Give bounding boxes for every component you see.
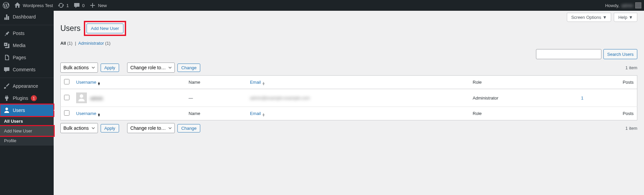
updates-link[interactable]: 1 — [58, 2, 69, 9]
sidebar-item-comments[interactable]: Comments — [0, 64, 54, 76]
sidebar-item-posts[interactable]: Posts — [0, 27, 54, 39]
username-link[interactable]: admin — [90, 95, 103, 101]
sidebar-item-plugins[interactable]: Plugins 1 — [0, 92, 54, 104]
sidebar-label: Dashboard — [13, 14, 36, 20]
greeting-username: admin — [622, 3, 633, 8]
row-checkbox[interactable] — [64, 95, 69, 100]
plugin-icon — [3, 95, 10, 102]
wordpress-icon — [3, 2, 9, 9]
sort-icon: ▲▼ — [262, 82, 265, 85]
plugins-badge: 1 — [31, 95, 37, 101]
filter-all[interactable]: All — [60, 41, 66, 46]
bulk-actions-select-bottom[interactable]: Bulk actions — [60, 123, 98, 133]
col-username[interactable]: Username — [76, 80, 96, 85]
sidebar-item-dashboard[interactable]: Dashboard — [0, 11, 54, 23]
plus-icon — [89, 2, 96, 9]
item-count: 1 item — [626, 65, 637, 70]
comment-count: 0 — [82, 3, 85, 8]
sidebar-label: Appearance — [13, 83, 38, 89]
change-role-select-bottom[interactable]: Change role to… — [127, 123, 175, 133]
role-filter-links: All (1) | Administrator (1) — [60, 41, 637, 46]
sort-icon: ▲▼ — [97, 113, 101, 116]
sidebar-label: Plugins — [13, 95, 28, 101]
search-users-button[interactable]: Search Users — [603, 49, 637, 59]
admin-sidebar: Dashboard Posts Media Pages Comments App… — [0, 11, 54, 143]
col-role: Role — [469, 107, 578, 120]
media-icon — [3, 42, 10, 49]
new-label: New — [98, 3, 107, 8]
page-title: Users — [60, 24, 80, 33]
screen-options-tab[interactable]: Screen Options ▼ — [567, 13, 611, 22]
item-count-bottom: 1 item — [626, 126, 637, 131]
add-new-user-button[interactable]: Add New User — [87, 24, 123, 33]
filter-all-count: (1) — [67, 41, 72, 46]
bulk-apply-button-bottom[interactable]: Apply — [101, 124, 119, 132]
col-role: Role — [469, 76, 578, 89]
select-all-checkbox-bottom[interactable] — [64, 110, 69, 116]
select-all-checkbox[interactable] — [64, 79, 69, 84]
sidebar-item-media[interactable]: Media — [0, 39, 54, 51]
table-row: admin — admin@example.example.com Admini… — [61, 89, 637, 107]
home-icon — [14, 2, 21, 9]
sidebar-label: Posts — [13, 31, 24, 36]
account-link[interactable]: Howdy, admin — [605, 2, 641, 8]
change-role-button[interactable]: Change — [177, 64, 200, 72]
new-content-link[interactable]: New — [89, 2, 107, 9]
sidebar-label: Pages — [13, 55, 26, 60]
sidebar-label: Media — [13, 43, 25, 48]
filter-administrator[interactable]: Administrator — [78, 41, 104, 46]
users-table: Username▲▼ Name Email▲▼ Role Posts admin… — [60, 75, 637, 120]
col-name: Name — [185, 107, 247, 120]
sort-icon: ▲▼ — [262, 113, 265, 116]
caret-down-icon: ▼ — [603, 15, 607, 20]
add-new-highlight: Add New User — [84, 21, 126, 36]
col-name: Name — [185, 76, 247, 89]
brush-icon — [3, 83, 10, 89]
bulk-actions-select[interactable]: Bulk actions — [60, 63, 98, 73]
avatar-icon — [76, 92, 87, 103]
avatar-icon — [635, 2, 641, 8]
change-role-select[interactable]: Change role to… — [127, 63, 175, 73]
sidebar-label: Users — [13, 108, 25, 113]
sidebar-item-pages[interactable]: Pages — [0, 51, 54, 64]
caret-down-icon: ▼ — [629, 15, 633, 20]
search-users-input[interactable] — [536, 49, 601, 59]
comment-icon — [73, 2, 80, 9]
col-username[interactable]: Username — [76, 111, 96, 116]
dashboard-icon — [3, 13, 10, 20]
site-name: Wordpress Test — [23, 3, 53, 8]
row-role: Administrator — [469, 89, 578, 107]
col-email[interactable]: Email — [250, 80, 261, 85]
greeting: Howdy, — [605, 3, 619, 8]
users-submenu: All Users Add New User Profile — [0, 116, 54, 143]
sidebar-label: Comments — [13, 67, 36, 72]
sort-icon: ▲▼ — [97, 82, 101, 85]
help-tab[interactable]: Help ▼ — [614, 13, 637, 22]
comments-link[interactable]: 0 — [73, 2, 85, 9]
site-name-link[interactable]: Wordpress Test — [14, 2, 53, 9]
row-posts-link[interactable]: 1 — [581, 95, 583, 101]
content-area: Screen Options ▼ Help ▼ Users Add New Us… — [54, 11, 644, 143]
sidebar-item-users[interactable]: Users — [0, 104, 54, 116]
filter-admin-count: (1) — [105, 41, 110, 46]
submenu-profile[interactable]: Profile — [0, 136, 54, 143]
col-email[interactable]: Email — [250, 111, 261, 116]
change-role-button-bottom[interactable]: Change — [177, 124, 200, 132]
bulk-apply-button[interactable]: Apply — [101, 64, 119, 72]
comments-icon — [3, 66, 10, 73]
col-posts: Posts — [578, 76, 637, 89]
submenu-add-new-user[interactable]: Add New User — [0, 126, 54, 136]
row-email[interactable]: admin@example.example.com — [250, 95, 310, 101]
pin-icon — [3, 30, 10, 37]
pages-icon — [3, 54, 10, 61]
sidebar-item-appearance[interactable]: Appearance — [0, 80, 54, 92]
row-name: — — [185, 89, 247, 107]
col-posts: Posts — [578, 107, 637, 120]
update-icon — [58, 2, 64, 9]
submenu-all-users[interactable]: All Users — [0, 116, 54, 126]
user-icon — [3, 107, 10, 114]
updates-count: 1 — [66, 3, 69, 8]
wp-logo[interactable] — [3, 2, 9, 9]
admin-bar: Wordpress Test 1 0 New Howdy, admin — [0, 0, 644, 11]
